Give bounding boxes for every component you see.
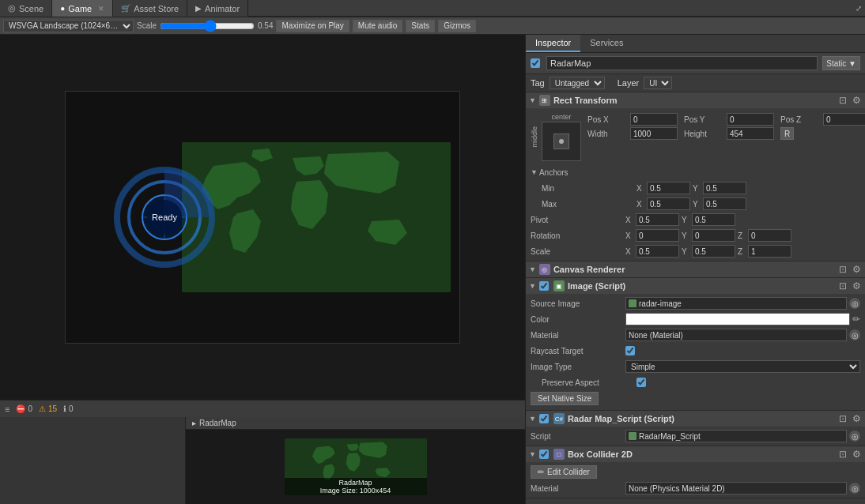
image-script-copy-icon[interactable]: ⊡ (837, 280, 848, 291)
source-image-picker-button[interactable]: ◎ (849, 298, 860, 309)
collider-material-ref[interactable]: None (Physics Material 2D) (625, 482, 847, 495)
image-script-enable-checkbox[interactable] (539, 281, 549, 291)
scale-z-input[interactable] (748, 245, 791, 258)
script-ref[interactable]: RadarMap_Script (625, 430, 847, 442)
pivot-x-input[interactable] (636, 213, 679, 226)
material-picker-button[interactable]: ◎ (849, 329, 860, 340)
scale-slider[interactable] (160, 22, 255, 30)
static-button[interactable]: Static ▼ (822, 56, 860, 70)
pos-x-input[interactable] (630, 113, 678, 126)
inspector-tabs: Inspector Services (526, 35, 865, 53)
radar-script-gear-icon[interactable]: ⚙ (851, 413, 862, 424)
set-native-size-button[interactable]: Set Native Size (531, 392, 599, 405)
radar-script-header[interactable]: ▼ C# Radar Map_Script (Script) ⊡ ⚙ (526, 411, 865, 427)
tab-services[interactable]: Services (580, 35, 633, 52)
source-image-value: radar-image ◎ (625, 297, 860, 310)
box-collider-settings: ⊡ ⚙ (837, 449, 862, 460)
preview-info-overlay: RadarMap Image Size: 1000x454 (285, 478, 427, 495)
canvas-renderer-gear-icon[interactable]: ⚙ (851, 264, 862, 275)
anchor-widget[interactable] (542, 122, 581, 161)
box-collider-gear-icon[interactable]: ⚙ (851, 449, 862, 460)
material-row: Material None (Material) ◎ (526, 327, 865, 343)
canvas-renderer-header[interactable]: ▼ ◎ Canvas Renderer ⊡ ⚙ (526, 261, 865, 277)
rect-transform-gear-icon[interactable]: ⚙ (851, 95, 862, 106)
gameobject-name-input[interactable] (546, 56, 818, 70)
pos-y-input[interactable] (727, 113, 774, 126)
scale-label: Scale (137, 21, 157, 30)
center-label: center (542, 113, 581, 121)
bottom-left-pane (0, 417, 185, 504)
min-y-label: Y (693, 184, 701, 193)
rot-z-input[interactable] (748, 229, 791, 242)
script-row: Script RadarMap_Script ◎ (526, 428, 865, 444)
radar-script-enable-checkbox[interactable] (539, 414, 549, 423)
edit-collider-container: ✏ Edit Collider (531, 465, 860, 479)
left-panels: Ready ≡ ⛔ 0 ⚠ 15 ℹ 0 ▸ RadarMap (0, 35, 525, 504)
rect-transform-header[interactable]: ▼ ⊞ Rect Transform ⊡ ⚙ (526, 92, 865, 108)
source-image-ref[interactable]: radar-image (625, 297, 847, 310)
rect-transform-title: Rect Transform (553, 96, 834, 105)
layer-select[interactable]: UI (644, 77, 672, 89)
box-collider-enable-checkbox[interactable] (539, 449, 549, 459)
r-button[interactable]: R (780, 127, 794, 140)
min-x-input[interactable] (647, 182, 690, 194)
edit-collider-button[interactable]: ✏ Edit Collider (531, 465, 597, 479)
rot-y-input[interactable] (692, 229, 735, 242)
mute-audio-button[interactable]: Mute audio (353, 20, 402, 32)
stats-button[interactable]: Stats (406, 20, 435, 32)
raycast-checkbox[interactable] (625, 346, 635, 355)
collider-material-label: Material (531, 484, 625, 493)
image-script-gear-icon[interactable]: ⚙ (851, 280, 862, 291)
image-script-header[interactable]: ▼ ▣ Image (Script) ⊡ ⚙ (526, 278, 865, 294)
rot-y-label: Y (682, 231, 689, 240)
anchor-layout: center (542, 113, 581, 161)
maximize-on-play-button[interactable]: Maximize on Play (276, 20, 349, 32)
gameobject-header: Static ▼ (526, 53, 865, 74)
gizmos-button[interactable]: Gizmos (438, 20, 476, 32)
max-values: X Y (636, 197, 860, 210)
color-pencil-icon[interactable]: ✏ (852, 314, 860, 325)
collider-material-picker-button[interactable]: ◎ (849, 483, 860, 494)
anchor-center-dot (559, 139, 564, 144)
scale-y-input[interactable] (692, 245, 735, 258)
rot-x-input[interactable] (636, 229, 679, 242)
canvas-renderer-icon: ◎ (539, 264, 550, 275)
max-x-input[interactable] (647, 197, 690, 210)
tab-animator[interactable]: ▶ Animator (187, 0, 248, 17)
tag-select[interactable]: Untagged (550, 77, 605, 89)
bottom-preview-area: ▸ RadarMap (0, 417, 525, 504)
color-swatch[interactable] (625, 313, 850, 325)
scale-x-input[interactable] (636, 245, 679, 258)
min-x-label: X (636, 184, 644, 193)
image-type-select[interactable]: Simple (625, 360, 860, 373)
box-collider-header[interactable]: ▼ □ Box Collider 2D ⊡ ⚙ (526, 446, 865, 462)
gameobject-enable-checkbox[interactable] (531, 58, 540, 68)
source-image-label: Source Image (531, 299, 625, 308)
max-y-input[interactable] (703, 197, 746, 210)
radar-script-copy-icon[interactable]: ⊡ (837, 413, 848, 424)
pivot-x-label: X (625, 216, 633, 224)
resolution-select[interactable]: WSVGA Landscape (1024×6… (3, 20, 134, 32)
material-ref[interactable]: None (Material) (625, 329, 847, 341)
pos-z-input[interactable] (823, 113, 865, 126)
max-label: Max (542, 200, 636, 209)
anchors-label: Anchors (539, 168, 634, 177)
width-input[interactable] (630, 127, 678, 140)
tab-asset-store[interactable]: 🛒 Asset Store (113, 0, 187, 17)
box-collider-copy-icon[interactable]: ⊡ (837, 449, 848, 460)
collider-material-row: Material None (Physics Material 2D) ◎ (526, 480, 865, 496)
pivot-y-input[interactable] (692, 213, 735, 226)
static-chevron-icon: ▼ (848, 59, 856, 68)
raycast-value (625, 346, 860, 355)
tab-scene[interactable]: ◎ Scene (0, 0, 52, 17)
min-y-input[interactable] (703, 182, 746, 194)
script-picker-button[interactable]: ◎ (849, 431, 860, 442)
preview-header: ▸ RadarMap (186, 417, 525, 430)
height-input[interactable] (727, 127, 774, 140)
width-label: Width (587, 130, 627, 138)
tab-inspector[interactable]: Inspector (526, 35, 580, 52)
preserve-aspect-checkbox[interactable] (636, 378, 646, 387)
rect-transform-copy-icon[interactable]: ⊡ (837, 95, 848, 106)
tab-game[interactable]: ● Game ✕ (52, 0, 113, 17)
canvas-renderer-copy-icon[interactable]: ⊡ (837, 264, 848, 275)
